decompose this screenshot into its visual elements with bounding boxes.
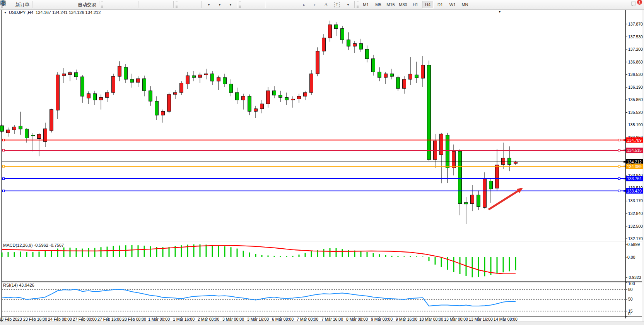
line-chart-button[interactable] — [126, 0, 137, 9]
time-label: 1 Mar 00:00 — [148, 317, 170, 322]
price-lines-layer — [2, 139, 625, 192]
navigator-button[interactable] — [55, 0, 66, 9]
equidistant-channel-button[interactable]: E — [299, 0, 310, 9]
arrows-button[interactable]: ▼ — [342, 0, 353, 9]
fibonacci-button[interactable]: F — [310, 0, 321, 9]
toolbar-grip[interactable] — [176, 2, 178, 8]
splitter-rsi[interactable] — [2, 281, 642, 282]
candle-body — [186, 76, 190, 84]
candle-body — [248, 96, 251, 112]
auto-trading-label[interactable]: 自动交易 — [78, 2, 96, 8]
zoom-in-button[interactable] — [140, 0, 150, 9]
axis-border — [625, 10, 626, 318]
data-window-button[interactable] — [44, 0, 55, 9]
candlestick-button[interactable] — [115, 0, 126, 9]
line-handle[interactable] — [3, 178, 5, 180]
candle-body — [205, 74, 208, 75]
candle-body — [514, 162, 518, 163]
line-handle[interactable] — [3, 190, 5, 192]
time-label: 10 Mar 08:00 — [419, 317, 443, 322]
timeframe-button-mn[interactable]: MN — [459, 1, 471, 9]
timeframe-button-m15[interactable]: M15 — [385, 1, 396, 9]
line-handle[interactable] — [618, 150, 620, 151]
time-axis-border — [2, 316, 642, 317]
candle-body — [285, 98, 289, 100]
time-label: 8 Mar 08:00 — [346, 317, 368, 322]
timeframe-button-m30[interactable]: M30 — [397, 1, 409, 9]
candle-body — [93, 94, 97, 100]
rsi-line — [2, 289, 516, 306]
line-handle[interactable] — [618, 190, 620, 192]
toolbar-grip[interactable] — [101, 2, 103, 8]
candle-body — [390, 74, 394, 76]
splitter-macd-hl — [2, 242, 642, 242]
candle-body — [415, 75, 419, 78]
templates-button[interactable]: ▼ — [225, 0, 236, 9]
candle-body — [489, 181, 493, 189]
axis-tick-label: 135.190 — [628, 122, 643, 127]
line-handle[interactable] — [618, 165, 620, 167]
indicators-button[interactable]: ▼ — [203, 0, 214, 9]
timeframe-button-m1[interactable]: M1 — [360, 1, 372, 9]
candle-body — [260, 104, 264, 109]
notifications-button[interactable]: 1 — [630, 0, 641, 9]
zoom-out-button[interactable] — [150, 0, 161, 9]
candle-body — [304, 93, 307, 96]
periods-button[interactable]: ▼ — [214, 0, 225, 9]
vertical-line-button[interactable] — [266, 0, 277, 9]
chart-ohlc-values: 134.167 134.241 134.126 134.212 — [36, 10, 101, 15]
candle-body — [458, 151, 462, 204]
timeframe-button-w1[interactable]: W1 — [447, 1, 458, 9]
toolbar-grip[interactable] — [239, 2, 241, 8]
candle-body — [112, 76, 115, 93]
candle-body — [322, 38, 326, 51]
chart-shift-button[interactable] — [190, 0, 200, 9]
rsi-axis-label: 0 — [628, 311, 630, 316]
line-handle[interactable] — [3, 165, 5, 167]
text-button[interactable]: A — [321, 0, 331, 9]
chevron-down-icon: ▼ — [347, 3, 350, 6]
timeframe-button-h4[interactable]: H4 — [422, 1, 434, 9]
new-order-label[interactable]: 新订单 — [15, 2, 29, 8]
candle-body — [211, 74, 214, 81]
toolbar-grip[interactable] — [357, 2, 359, 8]
badge-connector — [624, 150, 625, 151]
bar-chart-button[interactable] — [104, 0, 115, 9]
candle-body — [62, 74, 66, 76]
price-badge-text: 134.089 — [627, 164, 642, 169]
price-badge-text: 133.439 — [627, 189, 642, 193]
timeframe-button-m5[interactable]: M5 — [372, 1, 384, 9]
splitter-macd[interactable] — [2, 241, 642, 241]
macd-axis-label: 0.5899 — [627, 242, 640, 247]
candle-body — [130, 79, 134, 83]
line-handle[interactable] — [3, 139, 5, 141]
price-badge-text: 133.764 — [627, 176, 642, 181]
candle-body — [440, 134, 443, 155]
main-toolbar: 新订单 自 — [0, 0, 644, 10]
trendline-button[interactable] — [288, 0, 299, 9]
collapse-triangle-icon[interactable]: ▼ — [4, 11, 7, 14]
time-axis: 23 Feb 202323 Feb 16:0024 Feb 08:0027 Fe… — [0, 316, 518, 322]
horizontal-line-button[interactable] — [277, 0, 288, 9]
price-badge-text: 134.789 — [627, 138, 642, 143]
quick-collapse-icon[interactable]: ▼ — [498, 10, 501, 14]
auto-trading-button[interactable] — [66, 0, 77, 9]
rsi-axis-label: 80 — [628, 287, 633, 292]
auto-scroll-button[interactable] — [179, 0, 190, 9]
line-handle[interactable] — [618, 178, 620, 180]
line-handle[interactable] — [3, 150, 5, 151]
candle-body — [427, 65, 431, 160]
timeframe-button-d1[interactable]: D1 — [434, 1, 446, 9]
candle-body — [81, 77, 84, 96]
text-label-button[interactable]: T — [331, 0, 342, 9]
tile-windows-button[interactable] — [161, 0, 172, 9]
timeframe-button-h1[interactable]: H1 — [410, 1, 421, 9]
candle-body — [44, 129, 47, 141]
rsi-pane: 1008050150 — [2, 281, 635, 316]
price-badge-text: 134.212 — [627, 160, 642, 164]
search-button[interactable] — [619, 0, 630, 9]
market-watch-button[interactable] — [34, 0, 44, 9]
crosshair-button[interactable] — [253, 0, 264, 9]
line-handle[interactable] — [618, 139, 620, 141]
cursor-button[interactable] — [242, 0, 253, 9]
